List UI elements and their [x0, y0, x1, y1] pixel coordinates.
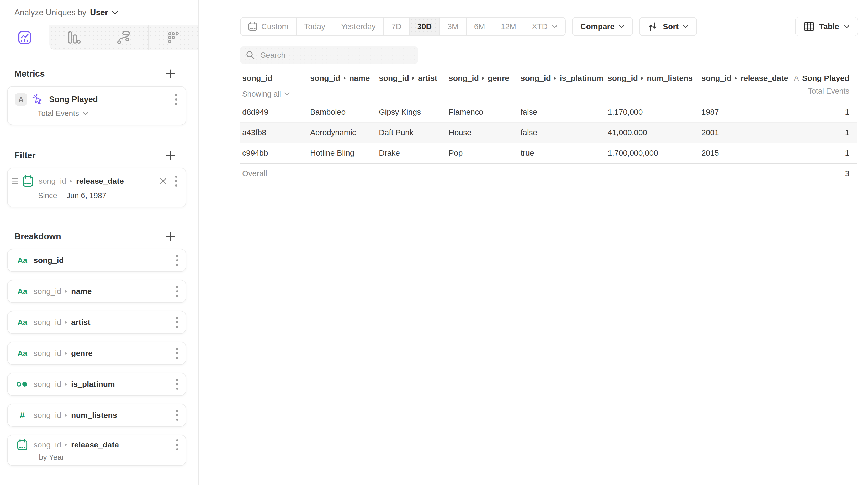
breakdown-card-song_id[interactable]: Aa song_id — [7, 249, 186, 272]
date-range-12m[interactable]: 12M — [493, 18, 524, 35]
column-header-num_listens[interactable]: song_idnum_listens — [606, 72, 699, 83]
analyze-label: Analyze Uniques by — [14, 8, 86, 17]
breakdown-property: song_idnum_listens — [34, 411, 175, 420]
breakdown-menu-button[interactable] — [175, 439, 180, 451]
filter-property-prefix: song_id — [38, 177, 66, 186]
filter-card[interactable]: song_id release_date Since Jun 6, 1987 — [7, 168, 186, 207]
table-cell: d8d949 — [240, 102, 308, 122]
column-header-song_id[interactable]: song_id — [240, 72, 308, 83]
table-cell: 41,000,000 — [606, 123, 699, 143]
table-search — [240, 47, 418, 64]
table-cell: Aerodynamic — [308, 123, 377, 143]
analyze-header: Analyze Uniques by User — [0, 0, 198, 17]
breakdown-card-is_platinum[interactable]: song_idis_platinum — [7, 373, 186, 396]
visualization-selector-button[interactable]: Table — [795, 17, 858, 36]
remove-filter-button[interactable] — [159, 177, 167, 185]
date-range-3m[interactable]: 3M — [439, 18, 466, 35]
table-cell: Bamboleo — [308, 102, 377, 122]
breakdown-menu-button[interactable] — [175, 409, 180, 421]
date-range-custom[interactable]: Custom — [241, 18, 296, 35]
breakdown-title: Breakdown — [14, 232, 61, 241]
filter-section-header: Filter — [14, 150, 175, 160]
column-header-release_date[interactable]: song_idrelease_date — [699, 72, 793, 83]
breadcrumb-triangle-icon — [69, 179, 73, 183]
metric-menu-button[interactable] — [174, 93, 179, 105]
sort-button[interactable]: Sort — [639, 17, 697, 36]
string-type-icon: Aa — [16, 257, 28, 264]
report-tab-insights-chart[interactable] — [0, 25, 49, 50]
metric-aggregation-dropdown[interactable]: Total Events — [37, 109, 179, 118]
breakdown-modifier[interactable]: by Year — [39, 453, 180, 462]
analyze-entity-dropdown[interactable]: User — [90, 8, 118, 17]
compare-button[interactable]: Compare — [572, 17, 633, 36]
date-range-30d[interactable]: 30D — [409, 18, 439, 35]
breakdown-property-prefix: song_id — [34, 411, 61, 420]
filter-menu-button[interactable] — [174, 175, 179, 187]
breakdown-list: Aa song_id Aa song_idname Aa song_idarti… — [0, 249, 198, 466]
showing-all-dropdown[interactable]: Showing all — [242, 90, 308, 98]
report-tab-flows-path[interactable] — [99, 25, 149, 50]
string-type-icon: Aa — [16, 350, 28, 357]
breakdown-card-genre[interactable]: Aa song_idgenre — [7, 342, 186, 365]
drag-handle-icon[interactable] — [12, 177, 19, 185]
breakdown-property: song_idgenre — [34, 349, 175, 358]
metric-card[interactable]: A Song Played Total Events — [7, 86, 186, 125]
breakdown-card-name[interactable]: Aa song_idname — [7, 280, 186, 303]
table-row[interactable]: a43fb8AerodynamicDaft PunkHousefalse41,0… — [240, 122, 857, 143]
date-range-today[interactable]: Today — [296, 18, 333, 35]
column-header-is_platinum[interactable]: song_idis_platinum — [519, 72, 606, 83]
table-cell: false — [519, 123, 606, 143]
add-metric-button[interactable] — [166, 69, 175, 78]
filter-operator-dropdown[interactable]: Since — [38, 191, 57, 200]
report-tab-retention-dots[interactable] — [148, 25, 198, 50]
breakdown-card-release_date[interactable]: song_idrelease_date by Year — [7, 434, 186, 466]
table-cell: Flamenco — [446, 102, 519, 122]
search-input[interactable] — [260, 51, 412, 60]
breakdown-menu-button[interactable] — [175, 254, 180, 266]
report-tab-funnel-bars[interactable] — [49, 25, 99, 50]
breakdown-menu-button[interactable] — [175, 285, 180, 297]
date-range-yesterday[interactable]: Yesterday — [333, 18, 383, 35]
column-header-artist[interactable]: song_idartist — [377, 72, 446, 83]
breakdown-property: song_idname — [34, 287, 175, 296]
table-row[interactable]: c994bbHotline BlingDrakePoptrue1,700,000… — [240, 143, 857, 163]
date-range-label: 3M — [447, 22, 458, 31]
report-type-tabbar — [0, 25, 198, 50]
add-breakdown-button[interactable] — [166, 232, 175, 241]
filter-property-name: release_date — [76, 177, 124, 186]
breakdown-card-artist[interactable]: Aa song_idartist — [7, 311, 186, 334]
date-range-label: Today — [304, 22, 325, 31]
date-range-7d[interactable]: 7D — [383, 18, 409, 35]
date-range-label: 6M — [474, 22, 485, 31]
date-type-icon — [16, 439, 28, 451]
table-cell: House — [446, 123, 519, 143]
date-range-6m[interactable]: 6M — [466, 18, 493, 35]
table-grid-icon — [803, 21, 814, 32]
breakdown-menu-button[interactable] — [175, 378, 180, 390]
breadcrumb-triangle-icon — [64, 320, 68, 324]
breakdown-menu-button[interactable] — [175, 347, 180, 359]
breadcrumb-triangle-icon — [482, 76, 485, 80]
sort-label: Sort — [663, 22, 679, 31]
breadcrumb-triangle-icon — [553, 76, 557, 80]
breakdown-property-prefix: song_id — [34, 349, 61, 358]
breakdown-property-name: artist — [71, 318, 90, 327]
breakdown-card-num_listens[interactable]: # song_idnum_listens — [7, 404, 186, 427]
overall-label: Overall — [240, 163, 308, 183]
breakdown-property-prefix: song_id — [34, 318, 61, 327]
column-header-name[interactable]: song_idname — [308, 72, 377, 83]
metric-value-cell: 1 — [793, 102, 855, 122]
column-header-genre[interactable]: song_idgenre — [446, 72, 519, 83]
date-range-xtd[interactable]: XTD — [524, 18, 565, 35]
metric-value-cell: 1 — [793, 123, 855, 143]
filter-property: song_id release_date — [38, 177, 159, 186]
table-cell: Drake — [377, 143, 446, 163]
breadcrumb-triangle-icon — [641, 76, 644, 80]
table-row[interactable]: d8d949BamboleoGipsy KingsFlamencofalse1,… — [240, 101, 857, 122]
column-header-metric[interactable]: ASong Played Total Events — [793, 72, 855, 101]
add-filter-button[interactable] — [166, 151, 175, 160]
compare-label: Compare — [581, 22, 615, 31]
breakdown-menu-button[interactable] — [175, 316, 180, 328]
filter-value[interactable]: Jun 6, 1987 — [67, 191, 106, 200]
metric-value-cell: 1 — [793, 143, 855, 163]
